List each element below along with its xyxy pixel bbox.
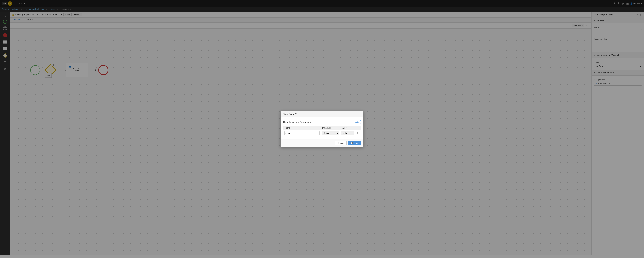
modal-section-title: Data Output and Assignment + Add: [283, 120, 361, 124]
modal-body: Data Output and Assignment + Add Name Da…: [280, 117, 364, 139]
data-table: Name Data Type Target String Integer: [283, 126, 361, 136]
row-target-select[interactable]: data: [341, 131, 354, 135]
col-name: Name: [284, 126, 321, 130]
modal-footer: Cancel 💾 Save: [280, 139, 364, 147]
save-button[interactable]: 💾 Save: [348, 141, 361, 145]
row-datatype-select[interactable]: String Integer Boolean Object: [322, 131, 339, 135]
save-icon: 💾: [350, 142, 353, 144]
row-delete-button[interactable]: 🗑: [356, 132, 360, 134]
add-button[interactable]: + Add: [352, 120, 361, 124]
modal-overlay[interactable]: Task Data I/O ✕ Data Output and Assignme…: [0, 0, 644, 255]
modal-title: Task Data I/O: [283, 113, 298, 115]
modal: Task Data I/O ✕ Data Output and Assignme…: [280, 111, 364, 147]
row-name-input[interactable]: [284, 131, 320, 135]
modal-close-button[interactable]: ✕: [358, 113, 361, 116]
cancel-button[interactable]: Cancel: [335, 141, 346, 145]
col-data-type: Data Type: [321, 126, 340, 130]
modal-header: Task Data I/O ✕: [280, 111, 364, 117]
table-row: String Integer Boolean Object data 🗑: [284, 130, 361, 136]
col-target: Target: [340, 126, 355, 130]
